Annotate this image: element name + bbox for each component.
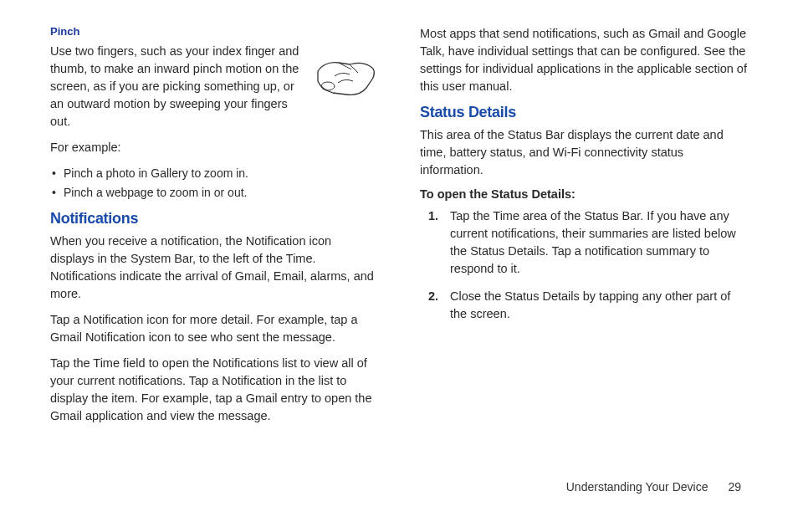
pinch-hand-icon [309, 46, 378, 105]
notifications-p2: Tap a Notification icon for more detail.… [50, 311, 378, 346]
list-item: Pinch a photo in Gallery to zoom in. [50, 165, 378, 182]
list-item: Pinch a webpage to zoom in or out. [50, 184, 378, 202]
pinch-example-label: For example: [50, 139, 378, 156]
status-intro: This area of the Status Bar displays the… [420, 126, 748, 179]
status-open-label: To open the Status Details: [420, 187, 748, 201]
content-columns: Pinch Use two fingers, such as your inde… [50, 25, 748, 477]
footer-page-number: 29 [728, 480, 741, 494]
list-item: Tap the Time area of the Status Bar. If … [420, 207, 748, 278]
continuation-text: Most apps that send notifications, such … [420, 25, 748, 95]
notifications-p1: When you receive a notification, the Not… [50, 233, 378, 303]
notifications-p3: Tap the Time field to open the Notificat… [50, 355, 378, 425]
status-steps: Tap the Time area of the Status Bar. If … [420, 207, 748, 323]
status-details-heading: Status Details [420, 104, 748, 121]
right-column: Most apps that send notifications, such … [420, 25, 748, 477]
pinch-body: Use two fingers, such as your index fing… [50, 43, 301, 130]
footer-section-name: Understanding Your Device [566, 480, 708, 494]
pinch-row: Use two fingers, such as your index fing… [50, 43, 378, 139]
pinch-bullets: Pinch a photo in Gallery to zoom in. Pin… [50, 165, 378, 202]
page-footer: Understanding Your Device 29 [50, 480, 748, 494]
left-column: Pinch Use two fingers, such as your inde… [50, 25, 378, 477]
pinch-text-block: Use two fingers, such as your index fing… [50, 43, 301, 139]
list-item: Close the Status Details by tapping any … [420, 288, 748, 323]
notifications-heading: Notifications [50, 210, 378, 228]
pinch-label: Pinch [50, 25, 378, 38]
